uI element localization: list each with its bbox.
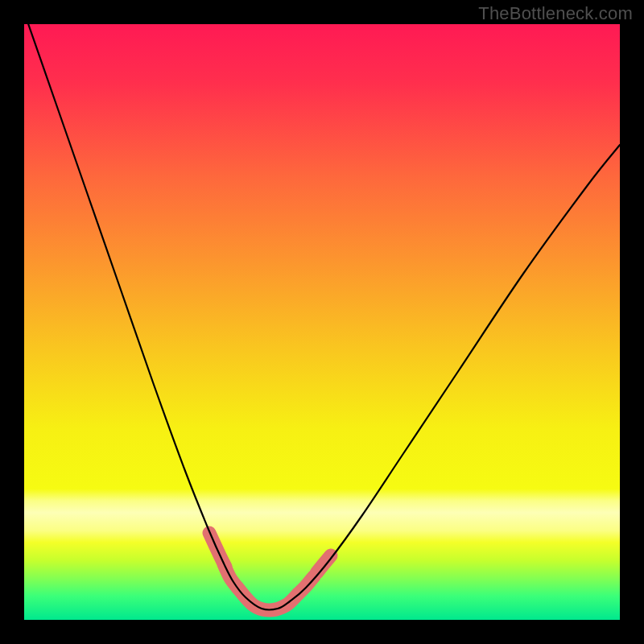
watermark-text: TheBottleneck.com: [478, 3, 633, 24]
chart-svg: [24, 24, 620, 620]
curve-layer: [24, 24, 620, 609]
chart-frame: [24, 24, 620, 620]
highlight-segment-3: [298, 576, 314, 594]
bottleneck-curve: [24, 24, 620, 609]
highlight-segment-4: [316, 555, 331, 573]
